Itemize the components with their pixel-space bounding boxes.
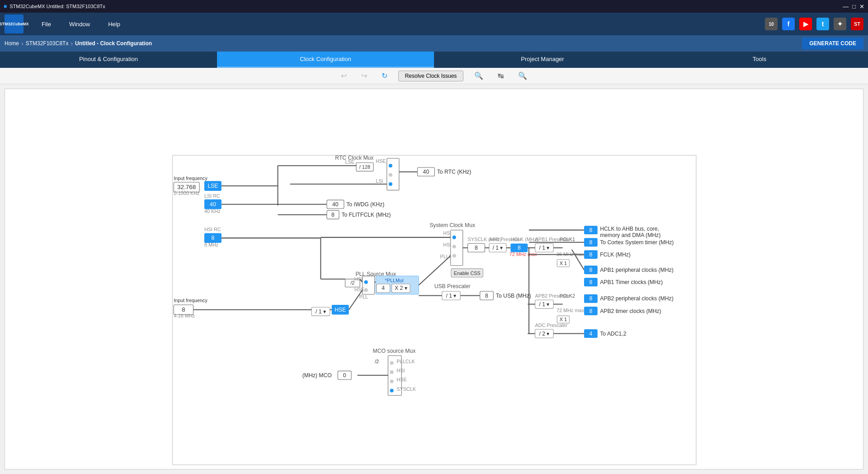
undo-button[interactable]: ↩ (337, 70, 350, 82)
logo-area: STM32 CubeMX (5, 14, 24, 33)
breadcrumb-arrow-2: › (71, 40, 73, 47)
svg-text:8: 8 (475, 245, 478, 251)
svg-point-54 (453, 254, 456, 257)
zoom-in-button[interactable]: 🔍 (514, 70, 531, 82)
svg-line-141 (349, 290, 363, 309)
svg-text:HSI RC: HSI RC (204, 227, 221, 232)
social-youtube[interactable]: ▶ (799, 18, 812, 30)
svg-point-53 (453, 245, 456, 248)
breadcrumb-current[interactable]: Untitled - Clock Configuration (75, 40, 152, 47)
svg-text:32.768: 32.768 (177, 184, 196, 190)
social-twitter[interactable]: t (816, 18, 829, 30)
svg-point-52 (453, 236, 456, 239)
svg-text:40: 40 (423, 169, 429, 175)
close-button[interactable]: ✕ (859, 3, 864, 10)
social-num[interactable]: 10 (765, 18, 778, 30)
svg-text:USB Prescaler: USB Prescaler (434, 283, 471, 289)
svg-text:/ 1 ▾: / 1 ▾ (446, 293, 456, 299)
svg-text:X 1: X 1 (560, 317, 567, 322)
clock-diagram[interactable]: Input frequency 32.768 0-1000 KHz Input … (5, 89, 863, 469)
menu-bar: STM32 CubeMX File Window Help 10 f ▶ t ✦… (0, 13, 868, 35)
social-network[interactable]: ✦ (834, 18, 846, 30)
fit-button[interactable]: ↹ (494, 70, 507, 82)
svg-text:72 MHz max: 72 MHz max (509, 251, 537, 257)
svg-text:(MHz) MCO: (MHz) MCO (302, 372, 332, 379)
svg-text:PCLK2: PCLK2 (560, 293, 575, 299)
app-logo: STM32 CubeMX (5, 14, 24, 33)
svg-text:8: 8 (589, 251, 592, 258)
svg-rect-51 (451, 230, 463, 266)
menu-window[interactable]: Window (69, 21, 90, 28)
refresh-button[interactable]: ↻ (378, 70, 391, 82)
svg-text:8: 8 (589, 295, 592, 302)
svg-text:8: 8 (589, 227, 592, 233)
svg-text:HCLK to AHB bus, core,: HCLK to AHB bus, core, (600, 226, 659, 232)
svg-text:PCLK1: PCLK1 (560, 237, 575, 242)
svg-text:System Clock Mux: System Clock Mux (429, 222, 475, 228)
breadcrumb: Home › STM32F103C8Tx › Untitled - Clock … (0, 35, 868, 52)
generate-code-button[interactable]: GENERATE CODE (802, 38, 863, 49)
svg-text:To USB (MHz): To USB (MHz) (496, 293, 531, 299)
main-content: Input frequency 32.768 0-1000 KHz Input … (0, 84, 868, 474)
svg-text:/ 2 ▾: / 2 ▾ (539, 331, 549, 337)
svg-text:0: 0 (343, 372, 346, 379)
svg-text:MCO source Mux: MCO source Mux (373, 348, 416, 354)
svg-text:LSI: LSI (376, 178, 383, 184)
svg-text:Input frequency: Input frequency (174, 298, 208, 303)
breadcrumb-device[interactable]: STM32F103C8Tx (26, 40, 69, 47)
svg-text:X 1: X 1 (560, 261, 567, 266)
svg-text:X 2 ▾: X 2 ▾ (395, 285, 407, 291)
social-facebook[interactable]: f (782, 18, 795, 30)
svg-text:PLLCLK: PLLCLK (396, 359, 415, 364)
svg-text:LSE: LSE (345, 159, 354, 165)
svg-point-167 (390, 389, 393, 393)
tab-tools[interactable]: Tools (651, 52, 868, 68)
svg-text:8: 8 (589, 267, 592, 273)
svg-text:8: 8 (212, 235, 215, 241)
svg-point-131 (364, 280, 368, 284)
svg-text:Enable CSS: Enable CSS (454, 270, 481, 276)
svg-text:40: 40 (210, 201, 216, 208)
title-text: ■ STM32CubeMX Untitled: STM32F103C8Tx (4, 3, 105, 9)
svg-text:4: 4 (589, 331, 592, 337)
svg-point-27 (389, 182, 392, 186)
svg-text:Input frequency: Input frequency (174, 175, 208, 181)
svg-text:4-16 MHz: 4-16 MHz (174, 313, 195, 318)
app-icon: ■ (4, 3, 7, 9)
tab-pinout[interactable]: Pinout & Configuration (0, 52, 217, 68)
zoom-out-button[interactable]: 🔍 (471, 70, 487, 82)
clock-svg: Input frequency 32.768 0-1000 KHz Input … (5, 89, 863, 469)
svg-text:36 MHz max: 36 MHz max (557, 251, 584, 257)
svg-text:/ 1 ▾: / 1 ▾ (539, 301, 549, 308)
svg-text:40: 40 (332, 201, 339, 208)
window-controls[interactable]: — □ ✕ (843, 3, 864, 10)
svg-text:4: 4 (382, 285, 385, 291)
resolve-clock-button[interactable]: Resolve Clock Issues (398, 71, 464, 81)
tab-clock[interactable]: Clock Configuration (217, 52, 434, 68)
svg-text:HCLK (MHz): HCLK (MHz) (510, 237, 538, 242)
tab-project[interactable]: Project Manager (434, 52, 651, 68)
social-icons: 10 f ▶ t ✦ ST (765, 18, 863, 30)
redo-button[interactable]: ↪ (358, 70, 371, 82)
social-st[interactable]: ST (851, 18, 863, 30)
menu-items: File Window Help (42, 21, 120, 28)
menu-file[interactable]: File (42, 21, 51, 28)
svg-text:PLL: PLL (359, 294, 368, 299)
svg-text:ADC Prescaler: ADC Prescaler (535, 322, 568, 328)
svg-text:8: 8 (589, 279, 592, 285)
svg-point-132 (364, 288, 368, 292)
svg-point-165 (390, 370, 393, 374)
svg-text:APB1 Timer clocks (MHz): APB1 Timer clocks (MHz) (600, 279, 663, 285)
breadcrumb-arrow-1: › (21, 40, 24, 47)
breadcrumb-home[interactable]: Home (5, 40, 19, 47)
svg-text:APB1 peripheral clocks (MHz): APB1 peripheral clocks (MHz) (600, 267, 674, 273)
svg-text:40 KHz: 40 KHz (204, 209, 221, 214)
svg-text:HSE: HSE (354, 287, 364, 292)
svg-text:8: 8 (518, 245, 521, 251)
maximize-button[interactable]: □ (852, 3, 856, 10)
svg-point-26 (389, 173, 392, 177)
menu-help[interactable]: Help (108, 21, 120, 28)
minimize-button[interactable]: — (843, 3, 849, 10)
svg-text:SYSCLK: SYSCLK (396, 386, 416, 392)
svg-text:8: 8 (589, 239, 592, 246)
